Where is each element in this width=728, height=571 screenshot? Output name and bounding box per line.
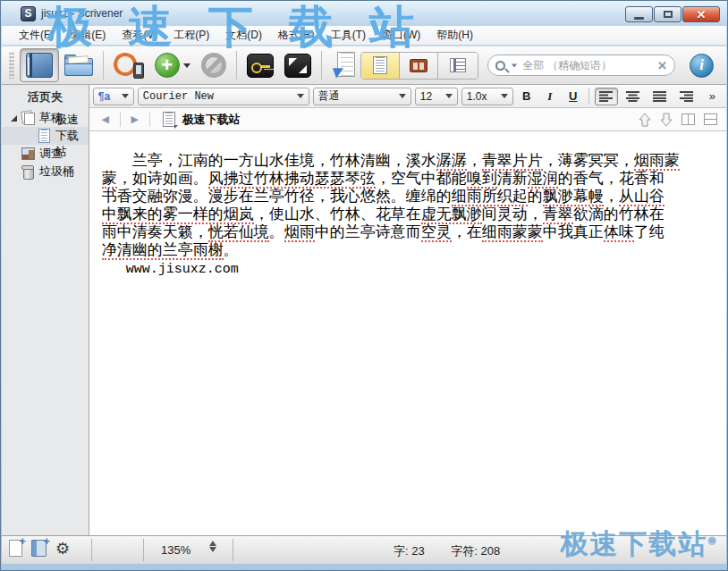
spin-up-icon[interactable] [209,541,216,546]
main-area: 活页夹 草稿极速下载站调查垃圾桶 ¶a Courier New 普通 12 [2,85,726,535]
document-title: 极速下载站 [182,112,241,128]
minimize-button[interactable] [625,6,653,22]
justify-icon [653,91,666,102]
binder-icon [26,53,53,78]
new-document-button[interactable] [9,540,22,557]
toolbar-separator [236,51,237,80]
text-line: 兰亭，江南的一方山水佳境，竹林清幽，溪水潺潺，青翠片片，薄雾冥冥，烟雨蒙 [102,151,714,169]
tree-spacer [9,148,20,159]
close-icon: ✕ [697,9,707,21]
nav-separator [149,113,150,127]
main-toolbar: + [2,46,726,85]
delete-button[interactable] [196,48,232,82]
align-right-button[interactable] [675,88,698,105]
misspelled-text-segment: 青翠 [543,205,573,224]
bold-button[interactable]: B [517,88,537,105]
misspelled-text-segment: 潺潺 [436,151,467,171]
add-item-button[interactable]: + [149,48,196,82]
document-view-button[interactable] [361,53,400,79]
search-clear-icon[interactable]: ✕ [657,59,667,72]
research-icon [21,147,35,161]
zoom-level[interactable]: 135% [161,543,190,557]
menu-item[interactable]: 文档(D) [217,25,270,46]
menu-item[interactable]: 编辑(E) [62,25,114,46]
corkboard-view-button[interactable] [400,53,438,79]
italic-button[interactable]: I [540,88,560,105]
gear-icon[interactable]: ⚙ [55,541,70,557]
menu-item[interactable]: 格式(R) [270,25,323,46]
font-dropdown-label: Courier New [143,90,292,103]
next-document-button[interactable] [660,113,673,127]
sync-button[interactable] [108,48,149,82]
menu-item[interactable]: 窗口(W) [374,25,428,46]
fullscreen-icon [284,54,311,78]
format-toolbar: ¶a Courier New 普通 12 1.0x [89,85,726,108]
font-size-dropdown[interactable]: 12 [415,88,458,105]
menu-item[interactable]: 查看(V) [114,25,165,46]
misspelled-text-segment: 恍若仙境 [208,223,269,242]
line-spacing-dropdown[interactable]: 1.0x [461,88,513,105]
misspelled-text-segment: 青翠片片 [482,151,543,171]
nav-separator [120,113,121,127]
inspector-button[interactable]: i [684,48,719,82]
text-segment: 的 [528,187,543,205]
align-left-button[interactable] [595,88,618,105]
toolbar-separator [103,51,104,80]
style-dropdown[interactable]: ¶a [93,88,134,105]
menu-item[interactable]: 帮助(H) [428,25,481,46]
preset-dropdown[interactable]: 普通 [313,88,411,105]
misspelled-text-segment: 中飘来的雾一样的烟岚 [102,205,254,224]
forward-button[interactable]: ▶ [124,112,146,128]
minimize-icon [634,17,644,20]
split-horizontal-button[interactable] [704,113,717,125]
text-segment: 欲滴的竹林在 [573,205,665,223]
spin-down-icon[interactable] [209,547,216,552]
compile-button[interactable] [326,48,360,82]
misspelled-text-segment: 净清幽的兰亭雨榭 [102,240,224,260]
split-vertical-button[interactable] [681,113,695,125]
menu-item[interactable]: 工程(P) [165,25,217,46]
search-input[interactable]: 全部 （精确短语） ✕ [487,55,675,76]
add-dropdown-arrow-icon[interactable] [183,63,190,68]
tree-expand-arrow-icon[interactable] [9,113,20,123]
sidebar-item-jisuxz-doc[interactable]: 极速下载站 [2,127,89,145]
outliner-icon [450,58,466,72]
align-right-icon [680,91,693,102]
sidebar-item-trash[interactable]: 垃圾桶 [2,163,89,181]
outliner-view-button[interactable] [438,53,477,79]
toolbar-grip[interactable] [9,52,14,79]
text-segment: 雨中清奏天籁， [102,223,208,240]
compile-icon [332,52,355,79]
info-icon: i [690,54,714,78]
collections-button[interactable] [59,48,98,82]
view-mode-group [360,52,478,80]
menu-item[interactable]: 工具(T) [323,25,374,46]
text-segment: 。 [269,223,284,240]
keywords-icon [247,54,274,78]
font-dropdown[interactable]: Courier New [138,88,309,105]
justify-button[interactable] [648,88,672,105]
back-button[interactable]: ◀ [95,112,116,128]
menu-item[interactable]: 文件(F) [11,25,62,46]
previous-document-button[interactable] [639,113,651,127]
compose-mode-button[interactable] [279,48,317,82]
new-folder-button[interactable] [31,540,47,557]
text-segment: ，薄雾冥冥， [543,151,634,169]
close-button[interactable]: ✕ [682,6,720,22]
underline-button[interactable]: U [563,88,583,105]
status-separator [233,539,233,561]
chevron-down-icon [297,94,304,98]
binder-toggle-button[interactable] [20,48,59,82]
search-options-arrow-icon[interactable] [511,63,516,67]
text-segment: 了纯 [634,223,665,240]
align-center-button[interactable] [622,88,645,105]
document-icon[interactable] [163,112,175,127]
binder-tree: 草稿极速下载站调查垃圾桶 [2,109,89,181]
toolbar-overflow-button[interactable]: » [702,89,723,103]
editor-header-bar: ◀ ▶ 极速下载站 [89,108,726,131]
text-segment: www.jisuxz.com [102,262,239,277]
maximize-button[interactable] [654,6,681,22]
keywords-button[interactable] [241,48,279,82]
zoom-stepper[interactable] [209,541,216,552]
editor-text-area[interactable]: 兰亭，江南的一方山水佳境，竹林清幽，溪水潺潺，青翠片片，薄雾冥冥，烟雨蒙蒙，如诗… [89,131,726,535]
